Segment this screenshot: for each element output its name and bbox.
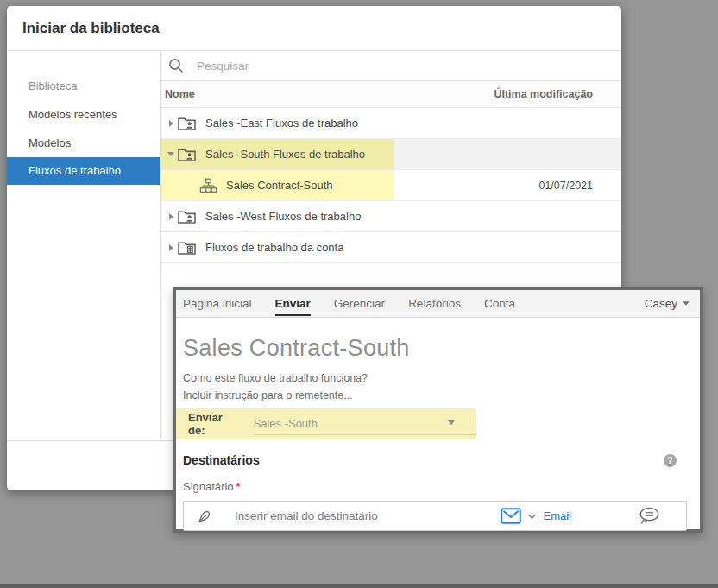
help-icon[interactable]: ? <box>664 454 677 467</box>
recipient-email-field-row: Email <box>183 501 687 531</box>
workflow-folder-label: Sales -East Fluxos de trabalho <box>205 117 358 130</box>
tab-relatorios[interactable]: Relatórios <box>408 297 461 310</box>
folder-account-icon <box>177 239 197 256</box>
recipient-email-input[interactable] <box>235 509 501 522</box>
email-method-link[interactable]: Email <box>543 509 571 522</box>
dialog-title: Iniciar da biblioteca <box>22 6 160 50</box>
send-window: Página inicial Enviar Gerenciar Relatóri… <box>173 287 703 533</box>
screen: Iniciar da biblioteca Biblioteca Modelos… <box>0 0 718 588</box>
signer-label-row: Signatário* <box>183 480 700 493</box>
workflow-folder-label: Sales -South Fluxos de trabalho <box>205 148 365 161</box>
workflow-folder-label: Fluxos de trabalho da conta <box>205 241 343 254</box>
private-message-button[interactable] <box>639 507 660 525</box>
signature-pen-icon <box>196 508 214 525</box>
tab-conta[interactable]: Conta <box>484 297 515 310</box>
search-bar <box>161 51 621 81</box>
page-title: Sales Contract-South <box>183 335 700 362</box>
workflow-icon <box>199 178 217 193</box>
workflow-folder-label: Sales -West Fluxos de trabalho <box>205 210 361 223</box>
workflow-list: Nome Última modificação Sales -East Flux… <box>161 51 621 263</box>
table-row-selected[interactable]: Sales -South Fluxos de trabalho <box>161 139 621 170</box>
sidebar-item-fluxos-de-trabalho[interactable]: Fluxos de trabalho <box>7 157 160 185</box>
main-nav-tabbar: Página inicial Enviar Gerenciar Relatóri… <box>176 290 700 318</box>
tab-gerenciar[interactable]: Gerenciar <box>334 297 385 310</box>
recipients-header: Destinatários ? <box>183 453 700 467</box>
send-from-value: Sales -South <box>254 417 318 430</box>
description-line-2: Incluir instrução para o remetente... <box>183 387 700 404</box>
column-last-modified[interactable]: Última modificação <box>494 88 593 100</box>
table-row[interactable]: Fluxos de trabalho da conta <box>161 232 621 263</box>
table-row-workflow[interactable]: Sales Contract-South 01/07/2021 <box>161 170 621 201</box>
table-row[interactable]: Sales -East Fluxos de trabalho <box>161 108 621 139</box>
message-bubble-icon <box>639 507 660 525</box>
expand-caret-icon[interactable] <box>165 244 177 251</box>
description-line-1: Como este fluxo de trabalho funciona? <box>183 370 700 387</box>
send-from-dropdown[interactable]: Sales -South <box>254 413 476 435</box>
user-name: Casey <box>645 297 677 310</box>
search-input[interactable] <box>197 60 621 73</box>
sidebar-item-modelos-recentes[interactable]: Modelos recentes <box>7 100 160 129</box>
send-from-row: Enviar de: Sales -South <box>176 408 476 439</box>
delivery-method-dropdown[interactable]: Email <box>501 508 571 524</box>
chevron-down-icon <box>683 301 689 306</box>
tab-enviar[interactable]: Enviar <box>275 297 311 310</box>
column-name[interactable]: Nome <box>165 88 195 100</box>
chevron-down-icon <box>448 420 455 425</box>
send-from-label: Enviar de: <box>188 411 240 437</box>
tab-pagina-inicial[interactable]: Página inicial <box>183 297 252 310</box>
sidebar-item-biblioteca[interactable]: Biblioteca <box>7 72 160 100</box>
expand-caret-icon[interactable] <box>165 120 177 127</box>
sidebar-item-modelos[interactable]: Modelos <box>7 129 160 157</box>
signer-label: Signatário <box>183 480 234 493</box>
library-sidebar: Biblioteca Modelos recentes Modelos Flux… <box>7 51 160 440</box>
folder-group-icon <box>177 146 197 162</box>
workflow-label: Sales Contract-South <box>226 179 333 192</box>
send-page-content: Sales Contract-South Como este fluxo de … <box>176 335 700 531</box>
search-icon <box>167 57 185 74</box>
table-header: Nome Última modificação <box>161 81 621 108</box>
collapse-caret-icon[interactable] <box>165 152 177 156</box>
recipients-heading: Destinatários <box>183 453 260 467</box>
chevron-down-icon <box>527 513 537 520</box>
table-row[interactable]: Sales -West Fluxos de trabalho <box>161 201 621 232</box>
workflow-description: Como este fluxo de trabalho funciona? In… <box>183 370 700 404</box>
expand-caret-icon[interactable] <box>165 213 177 220</box>
folder-group-icon <box>177 115 197 131</box>
folder-group-icon <box>177 208 197 224</box>
user-menu[interactable]: Casey <box>645 297 690 310</box>
required-marker: * <box>236 480 241 493</box>
modified-date: 01/07/2021 <box>394 180 621 192</box>
email-envelope-icon <box>501 508 521 524</box>
background-bottom-edge <box>0 584 718 588</box>
